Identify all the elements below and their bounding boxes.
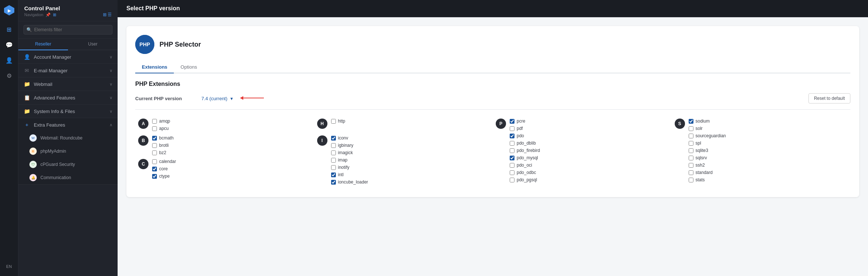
svg-marker-5 bbox=[240, 96, 243, 100]
nav-account-manager[interactable]: 👤 Account Manager ∨ bbox=[18, 50, 118, 64]
ext-section-s: S sodium solr sourceguardian spl sqlite3… bbox=[675, 119, 848, 182]
app-subtitle: Navigation 📌 ⊞ ⊞ ☰ bbox=[24, 12, 112, 17]
ext-item-apcu[interactable]: apcu bbox=[152, 126, 170, 131]
tab-options[interactable]: Options bbox=[174, 61, 204, 73]
page-title: Select PHP version bbox=[126, 5, 859, 12]
nav-system-info[interactable]: 📁 System Info & Files ∨ bbox=[18, 105, 118, 118]
elements-filter-container: 🔍 bbox=[18, 21, 118, 39]
svg-text:PHP: PHP bbox=[140, 41, 150, 47]
nav-webmail[interactable]: 📁 Webmail ∨ bbox=[18, 77, 118, 91]
sub-item-communication[interactable]: 🔔 Communication bbox=[18, 171, 118, 184]
ext-item-pdo-odbc[interactable]: pdo_odbc bbox=[510, 170, 540, 175]
account-manager-chevron: ∨ bbox=[110, 55, 112, 59]
rail-grid-icon[interactable]: ⊞ bbox=[3, 23, 16, 36]
ext-item-imap[interactable]: imap bbox=[331, 157, 368, 163]
sidebar-header: Control Panel Navigation 📌 ⊞ ⊞ ☰ bbox=[18, 0, 118, 21]
tab-extensions[interactable]: Extensions bbox=[135, 61, 174, 73]
ext-item-core[interactable]: core bbox=[152, 166, 176, 171]
php-version-selector[interactable]: 7.4 (current) ▾ bbox=[201, 95, 268, 102]
sub-item-phpmyadmin[interactable]: ⊞ phpMyAdmin bbox=[18, 145, 118, 158]
ext-item-pdo-pgsql[interactable]: pdo_pgsql bbox=[510, 177, 540, 182]
rail-lang-icon[interactable]: EN bbox=[3, 260, 16, 273]
ext-item-brotli[interactable]: brotli bbox=[152, 143, 173, 148]
roundcube-label: Webmail: Roundcube bbox=[40, 135, 83, 141]
cpguard-icon: 🛡 bbox=[29, 161, 37, 168]
php-version-row: Current PHP version 7.4 (current) ▾ Rese… bbox=[135, 93, 850, 110]
elements-filter-input[interactable] bbox=[24, 25, 112, 34]
ext-section-c: C calendar core ctype bbox=[138, 159, 311, 179]
ext-item-pdo-mysql[interactable]: pdo_mysql bbox=[510, 155, 540, 160]
ext-item-sqlite3[interactable]: sqlite3 bbox=[689, 148, 726, 153]
ext-item-iconv[interactable]: iconv bbox=[331, 135, 368, 141]
ext-item-bz2[interactable]: bz2 bbox=[152, 150, 173, 155]
ext-item-spl[interactable]: spl bbox=[689, 141, 726, 146]
ext-item-stats[interactable]: stats bbox=[689, 177, 726, 182]
ext-item-solr[interactable]: solr bbox=[689, 126, 726, 131]
cpguard-label: cPGuard Security bbox=[40, 162, 75, 167]
ext-list-h: http bbox=[331, 119, 345, 132]
ext-section-i: I iconv igbinary imagick imap inotify in… bbox=[317, 135, 490, 185]
pin-icon[interactable]: 📌 bbox=[46, 12, 51, 17]
ext-item-inotify[interactable]: inotify bbox=[331, 165, 368, 170]
account-manager-label: Account Manager bbox=[34, 54, 71, 60]
ext-item-intl[interactable]: intl bbox=[331, 172, 368, 177]
ext-list-a: amqp apcu bbox=[152, 119, 170, 132]
reset-to-default-button[interactable]: Reset to default bbox=[808, 93, 850, 104]
ext-item-pdo-oci[interactable]: pdo_oci bbox=[510, 163, 540, 168]
ext-list-i: iconv igbinary imagick imap inotify intl… bbox=[331, 135, 368, 185]
ext-item-ioncube-loader[interactable]: ioncube_loader bbox=[331, 179, 368, 185]
system-info-chevron: ∨ bbox=[110, 109, 112, 114]
ext-item-pdo-firebird[interactable]: pdo_firebird bbox=[510, 148, 540, 153]
email-manager-icon: ✉ bbox=[24, 68, 30, 73]
ext-item-pdo-dblib[interactable]: pdo_dblib bbox=[510, 141, 540, 146]
ext-item-pcre[interactable]: pcre bbox=[510, 119, 540, 124]
main-body: PHP PHP Selector Extensions Options PHP … bbox=[118, 17, 868, 276]
ext-item-pdo[interactable]: pdo bbox=[510, 133, 540, 138]
ext-col-s: S sodium solr sourceguardian spl sqlite3… bbox=[672, 119, 851, 188]
ext-item-ssh2[interactable]: ssh2 bbox=[689, 163, 726, 168]
ext-item-standard[interactable]: standard bbox=[689, 170, 726, 175]
letter-badge-p: P bbox=[496, 119, 506, 129]
sub-item-roundcube[interactable]: W Webmail: Roundcube bbox=[18, 131, 118, 145]
advanced-features-label: Advanced Features bbox=[34, 95, 75, 101]
extra-features-header[interactable]: + Extra Features ∧ bbox=[18, 118, 118, 131]
rail-user-icon[interactable]: 👤 bbox=[3, 54, 16, 67]
red-arrow-indicator bbox=[238, 95, 268, 102]
nav-advanced-features[interactable]: 📋 Advanced Features ∨ bbox=[18, 91, 118, 105]
ext-col-hi: H http I iconv igbinary imagick imap bbox=[314, 119, 493, 188]
extra-features-plus-icon: + bbox=[24, 122, 30, 128]
extra-features-chevron: ∧ bbox=[110, 123, 112, 127]
header-grid-icons[interactable]: ⊞ ☰ bbox=[103, 12, 112, 17]
ext-section-p: P pcre pdf pdo pdo_dblib pdo_firebird pd… bbox=[496, 119, 669, 182]
ext-item-amqp[interactable]: amqp bbox=[152, 119, 170, 124]
tab-user[interactable]: User bbox=[68, 39, 118, 50]
ext-section-b: B bcmath brotli bz2 bbox=[138, 135, 311, 155]
letter-badge-b: B bbox=[138, 135, 148, 146]
ext-item-calendar[interactable]: calendar bbox=[152, 159, 176, 164]
grid-icon[interactable]: ⊞ bbox=[53, 12, 56, 17]
rail-gear-icon[interactable]: ⚙ bbox=[3, 69, 16, 82]
rail-chat-icon[interactable]: 💬 bbox=[3, 38, 16, 51]
ext-section-a: A amqp apcu bbox=[138, 119, 311, 132]
php-version-dropdown-icon: ▾ bbox=[230, 96, 233, 101]
advanced-features-icon: 📋 bbox=[24, 95, 30, 101]
ext-item-igbinary[interactable]: igbinary bbox=[331, 143, 368, 148]
ext-item-pdf[interactable]: pdf bbox=[510, 126, 540, 131]
sub-item-cpguard[interactable]: 🛡 cPGuard Security bbox=[18, 158, 118, 171]
ext-item-sqlsrv[interactable]: sqlsrv bbox=[689, 155, 726, 160]
content-tabs: Extensions Options bbox=[135, 61, 850, 73]
tab-reseller[interactable]: Reseller bbox=[18, 39, 68, 50]
nav-email-manager[interactable]: ✉ E-mail Manager ∨ bbox=[18, 64, 118, 77]
email-manager-chevron: ∨ bbox=[110, 68, 112, 73]
ext-item-sodium[interactable]: sodium bbox=[689, 119, 726, 124]
roundcube-icon: W bbox=[29, 134, 37, 142]
email-manager-label: E-mail Manager bbox=[34, 68, 68, 73]
app-logo[interactable]: ▶ bbox=[3, 4, 15, 16]
ext-item-ctype[interactable]: ctype bbox=[152, 174, 176, 179]
ext-item-imagick[interactable]: imagick bbox=[331, 150, 368, 155]
ext-item-http[interactable]: http bbox=[331, 119, 345, 124]
ext-list-b: bcmath brotli bz2 bbox=[152, 135, 173, 155]
letter-badge-s: S bbox=[675, 119, 685, 129]
ext-item-sourceguardian[interactable]: sourceguardian bbox=[689, 133, 726, 138]
ext-item-bcmath[interactable]: bcmath bbox=[152, 135, 173, 141]
